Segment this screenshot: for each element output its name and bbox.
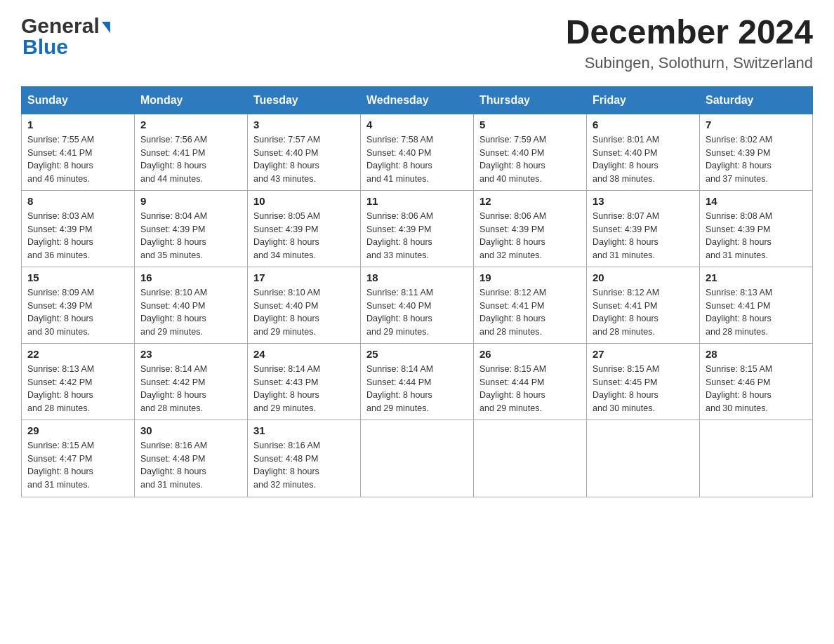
day-number: 10 [253, 195, 355, 207]
calendar-day-cell: 20Sunrise: 8:12 AMSunset: 4:41 PMDayligh… [587, 267, 700, 343]
calendar-week-row: 15Sunrise: 8:09 AMSunset: 4:39 PMDayligh… [22, 267, 813, 343]
day-info: Sunrise: 8:05 AMSunset: 4:39 PMDaylight:… [253, 210, 355, 262]
calendar-day-cell: 17Sunrise: 8:10 AMSunset: 4:40 PMDayligh… [248, 267, 361, 343]
calendar-day-cell [361, 420, 474, 497]
location-subtitle: Subingen, Solothurn, Switzerland [566, 54, 813, 72]
day-info: Sunrise: 8:10 AMSunset: 4:40 PMDaylight:… [140, 286, 241, 339]
day-info: Sunrise: 8:13 AMSunset: 4:42 PMDaylight:… [27, 363, 128, 415]
day-info: Sunrise: 8:13 AMSunset: 4:41 PMDaylight:… [706, 286, 807, 339]
col-wednesday: Wednesday [361, 86, 474, 114]
day-info: Sunrise: 8:06 AMSunset: 4:39 PMDaylight:… [479, 210, 581, 262]
day-info: Sunrise: 8:12 AMSunset: 4:41 PMDaylight:… [479, 286, 581, 339]
day-info: Sunrise: 8:06 AMSunset: 4:39 PMDaylight:… [366, 210, 468, 262]
calendar-day-cell: 21Sunrise: 8:13 AMSunset: 4:41 PMDayligh… [700, 267, 813, 343]
day-number: 25 [366, 348, 468, 360]
col-tuesday: Tuesday [248, 86, 361, 114]
day-number: 18 [366, 271, 468, 283]
calendar-day-cell: 8Sunrise: 8:03 AMSunset: 4:39 PMDaylight… [22, 190, 135, 267]
day-number: 4 [366, 119, 468, 130]
day-number: 5 [479, 119, 581, 130]
day-number: 26 [479, 348, 581, 360]
day-info: Sunrise: 8:15 AMSunset: 4:44 PMDaylight:… [479, 363, 581, 415]
logo-general-text: General [21, 14, 100, 38]
day-info: Sunrise: 8:11 AMSunset: 4:40 PMDaylight:… [366, 286, 468, 339]
calendar-table: Sunday Monday Tuesday Wednesday Thursday… [21, 86, 813, 497]
day-number: 3 [253, 119, 355, 130]
day-number: 28 [706, 348, 807, 360]
logo-blue-text: Blue [21, 35, 68, 59]
title-section: December 2024 Subingen, Solothurn, Switz… [566, 14, 813, 72]
calendar-day-cell [700, 420, 813, 497]
day-number: 21 [706, 271, 807, 283]
day-number: 1 [27, 119, 128, 130]
day-number: 19 [479, 271, 581, 283]
day-info: Sunrise: 8:15 AMSunset: 4:47 PMDaylight:… [27, 439, 128, 492]
day-info: Sunrise: 8:01 AMSunset: 4:40 PMDaylight:… [593, 133, 694, 186]
col-friday: Friday [587, 86, 700, 114]
day-number: 23 [140, 348, 241, 360]
calendar-day-cell: 15Sunrise: 8:09 AMSunset: 4:39 PMDayligh… [22, 267, 135, 343]
calendar-day-cell: 4Sunrise: 7:58 AMSunset: 4:40 PMDaylight… [361, 114, 474, 190]
day-number: 15 [27, 271, 128, 283]
day-info: Sunrise: 7:57 AMSunset: 4:40 PMDaylight:… [253, 133, 355, 186]
calendar-day-cell [587, 420, 700, 497]
day-number: 27 [593, 348, 694, 360]
calendar-day-cell: 2Sunrise: 7:56 AMSunset: 4:41 PMDaylight… [135, 114, 248, 190]
day-info: Sunrise: 7:58 AMSunset: 4:40 PMDaylight:… [366, 133, 468, 186]
calendar-day-cell: 5Sunrise: 7:59 AMSunset: 4:40 PMDaylight… [474, 114, 587, 190]
calendar-day-cell: 11Sunrise: 8:06 AMSunset: 4:39 PMDayligh… [361, 190, 474, 267]
day-number: 13 [593, 195, 694, 207]
calendar-day-cell: 29Sunrise: 8:15 AMSunset: 4:47 PMDayligh… [22, 420, 135, 497]
calendar-day-cell: 14Sunrise: 8:08 AMSunset: 4:39 PMDayligh… [700, 190, 813, 267]
day-info: Sunrise: 7:55 AMSunset: 4:41 PMDaylight:… [27, 133, 128, 186]
calendar-day-cell: 27Sunrise: 8:15 AMSunset: 4:45 PMDayligh… [587, 343, 700, 420]
calendar-day-cell: 28Sunrise: 8:15 AMSunset: 4:46 PMDayligh… [700, 343, 813, 420]
logo-arrow-icon [102, 22, 110, 33]
calendar-day-cell: 24Sunrise: 8:14 AMSunset: 4:43 PMDayligh… [248, 343, 361, 420]
day-info: Sunrise: 8:12 AMSunset: 4:41 PMDaylight:… [593, 286, 694, 339]
day-number: 31 [253, 424, 355, 436]
day-number: 22 [27, 348, 128, 360]
day-info: Sunrise: 8:08 AMSunset: 4:39 PMDaylight:… [706, 210, 807, 262]
col-monday: Monday [135, 86, 248, 114]
day-info: Sunrise: 8:04 AMSunset: 4:39 PMDaylight:… [140, 210, 241, 262]
calendar-day-cell: 12Sunrise: 8:06 AMSunset: 4:39 PMDayligh… [474, 190, 587, 267]
calendar-week-row: 22Sunrise: 8:13 AMSunset: 4:42 PMDayligh… [22, 343, 813, 420]
day-number: 7 [706, 119, 807, 130]
calendar-day-cell: 13Sunrise: 8:07 AMSunset: 4:39 PMDayligh… [587, 190, 700, 267]
calendar-day-cell: 16Sunrise: 8:10 AMSunset: 4:40 PMDayligh… [135, 267, 248, 343]
day-info: Sunrise: 8:14 AMSunset: 4:44 PMDaylight:… [366, 363, 468, 415]
day-info: Sunrise: 8:03 AMSunset: 4:39 PMDaylight:… [27, 210, 128, 262]
calendar-day-cell: 19Sunrise: 8:12 AMSunset: 4:41 PMDayligh… [474, 267, 587, 343]
day-info: Sunrise: 8:15 AMSunset: 4:46 PMDaylight:… [706, 363, 807, 415]
day-info: Sunrise: 8:10 AMSunset: 4:40 PMDaylight:… [253, 286, 355, 339]
page-header: General Blue December 2024 Subingen, Sol… [21, 14, 813, 72]
calendar-day-cell: 7Sunrise: 8:02 AMSunset: 4:39 PMDaylight… [700, 114, 813, 190]
calendar-day-cell: 9Sunrise: 8:04 AMSunset: 4:39 PMDaylight… [135, 190, 248, 267]
calendar-day-cell: 1Sunrise: 7:55 AMSunset: 4:41 PMDaylight… [22, 114, 135, 190]
col-thursday: Thursday [474, 86, 587, 114]
calendar-week-row: 29Sunrise: 8:15 AMSunset: 4:47 PMDayligh… [22, 420, 813, 497]
col-sunday: Sunday [22, 86, 135, 114]
day-number: 12 [479, 195, 581, 207]
calendar-day-cell: 31Sunrise: 8:16 AMSunset: 4:48 PMDayligh… [248, 420, 361, 497]
calendar-day-cell: 10Sunrise: 8:05 AMSunset: 4:39 PMDayligh… [248, 190, 361, 267]
day-number: 14 [706, 195, 807, 207]
calendar-day-cell: 22Sunrise: 8:13 AMSunset: 4:42 PMDayligh… [22, 343, 135, 420]
day-info: Sunrise: 8:09 AMSunset: 4:39 PMDaylight:… [27, 286, 128, 339]
calendar-day-cell: 3Sunrise: 7:57 AMSunset: 4:40 PMDaylight… [248, 114, 361, 190]
day-info: Sunrise: 7:56 AMSunset: 4:41 PMDaylight:… [140, 133, 241, 186]
calendar-day-cell: 18Sunrise: 8:11 AMSunset: 4:40 PMDayligh… [361, 267, 474, 343]
month-year-title: December 2024 [566, 14, 813, 51]
day-number: 2 [140, 119, 241, 130]
day-number: 29 [27, 424, 128, 436]
calendar-week-row: 8Sunrise: 8:03 AMSunset: 4:39 PMDaylight… [22, 190, 813, 267]
col-saturday: Saturday [700, 86, 813, 114]
calendar-day-cell [474, 420, 587, 497]
day-number: 17 [253, 271, 355, 283]
day-number: 11 [366, 195, 468, 207]
day-info: Sunrise: 8:14 AMSunset: 4:42 PMDaylight:… [140, 363, 241, 415]
day-number: 6 [593, 119, 694, 130]
day-info: Sunrise: 8:15 AMSunset: 4:45 PMDaylight:… [593, 363, 694, 415]
day-number: 9 [140, 195, 241, 207]
